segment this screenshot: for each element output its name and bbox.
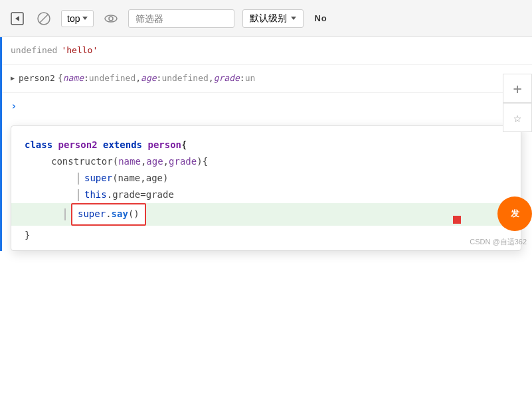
obj-name: person2 <box>19 72 55 86</box>
key-age: age <box>141 72 156 86</box>
right-buttons: + ☆ <box>503 74 532 132</box>
level-dropdown[interactable]: 默认级别 <box>242 9 304 28</box>
code-line-3: super(name,age) <box>25 170 507 187</box>
vline-icon2 <box>78 189 79 201</box>
orange-action-button[interactable]: 发 <box>497 197 532 231</box>
back-icon[interactable] <box>8 9 27 28</box>
code-line-5: super.say() <box>11 203 521 225</box>
top-label: top <box>67 13 80 24</box>
code-line-2: constructor(name,age,grade){ <box>25 153 507 170</box>
console-line-2: ▶ person2 { name : undefined , age : und… <box>0 65 532 93</box>
val-grade: un <box>245 72 256 86</box>
console-line-1: undefined 'hello' <box>0 37 532 65</box>
key-grade: grade <box>214 72 240 86</box>
toolbar: top 默认级别 No <box>0 0 532 37</box>
level-label: 默认级别 <box>250 13 287 25</box>
val-name-undef: undefined <box>89 72 135 86</box>
no-icon[interactable] <box>35 9 53 28</box>
watermark: CSDN @自适362 <box>470 237 527 247</box>
code-popup: class person2 extends person{ constructo… <box>11 125 521 251</box>
filter-input[interactable] <box>128 9 234 28</box>
undefined-label: undefined <box>11 44 57 58</box>
toolbar-right-label: No <box>314 13 327 23</box>
left-accent-bar <box>0 37 2 251</box>
code-line-6: } <box>25 227 507 244</box>
star-button[interactable]: ☆ <box>503 103 532 132</box>
val-age-undef: undefined <box>161 72 208 86</box>
console-area: undefined 'hello' ▶ person2 { name : und… <box>0 37 532 251</box>
top-dropdown[interactable]: top <box>61 10 94 27</box>
key-name: name <box>63 72 84 86</box>
level-arrow-icon <box>291 17 296 20</box>
code-line-4: this.grade=grade <box>25 187 507 203</box>
highlighted-code: super.say() <box>71 203 146 225</box>
plus-button[interactable]: + <box>503 74 532 103</box>
vline-icon <box>78 173 79 185</box>
hello-string: 'hello' <box>61 44 98 58</box>
console-prompt[interactable]: › <box>0 93 532 119</box>
svg-line-2 <box>40 15 48 23</box>
vline-icon3 <box>64 208 66 220</box>
eye-icon[interactable] <box>102 9 120 28</box>
dropdown-arrow-icon <box>82 17 88 20</box>
expand-icon[interactable]: ▶ <box>11 73 15 84</box>
svg-point-4 <box>109 17 113 21</box>
error-dot <box>453 216 461 224</box>
code-line-1: class person2 extends person{ <box>25 137 507 153</box>
